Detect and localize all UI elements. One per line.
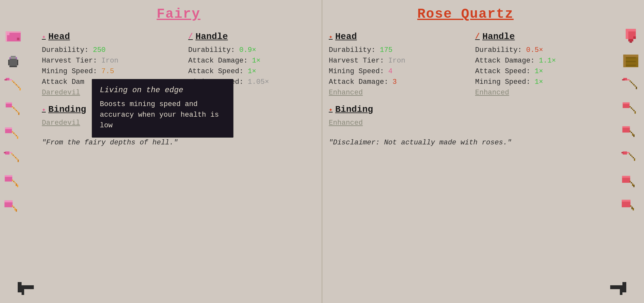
svg-rect-31 — [5, 128, 12, 129]
right-head-mining-speed: Mining Speed: 4 — [329, 67, 456, 75]
svg-rect-38 — [9, 152, 12, 153]
pink-pickaxe-1-icon — [3, 75, 23, 95]
rose-pickaxe-2-icon — [621, 149, 641, 169]
right-binding-trait[interactable]: Enhanced — [329, 119, 602, 127]
svg-rect-74 — [626, 65, 636, 66]
svg-rect-39 — [4, 152, 6, 153]
svg-rect-86 — [630, 106, 631, 107]
left-handle-icon: / — [188, 32, 193, 41]
left-head-title: ✦ Head — [42, 32, 169, 42]
svg-rect-56 — [13, 207, 14, 208]
svg-rect-83 — [636, 87, 637, 89]
left-head-mining-speed: Mining Speed: 7.5 — [42, 67, 169, 75]
rose-pickaxe-1-icon — [621, 75, 641, 95]
right-handle-attack-speed: Attack Speed: 1× — [475, 67, 602, 75]
svg-rect-33 — [13, 132, 14, 134]
right-head-durability: Durability: 175 — [329, 46, 456, 54]
svg-rect-76 — [627, 79, 630, 81]
bottom-right-arrow-icon — [604, 276, 626, 295]
svg-rect-93 — [630, 131, 631, 132]
svg-rect-85 — [623, 103, 630, 104]
svg-rect-11 — [16, 57, 17, 59]
svg-rect-97 — [623, 152, 627, 155]
svg-rect-99 — [621, 152, 623, 153]
svg-rect-50 — [14, 182, 16, 183]
svg-rect-9 — [11, 56, 16, 58]
svg-rect-109 — [632, 183, 633, 186]
svg-rect-32 — [12, 131, 13, 132]
left-handle-durability: Durability: 0.9× — [188, 46, 316, 54]
svg-rect-20 — [18, 87, 20, 88]
svg-rect-103 — [633, 157, 634, 158]
svg-rect-5 — [9, 58, 17, 66]
svg-rect-14 — [5, 79, 7, 81]
svg-rect-113 — [630, 205, 631, 207]
tooltip-title: Living on the edge — [100, 86, 225, 94]
right-head-harvest-tier: Harvest Tier: Iron — [329, 57, 456, 65]
left-sidebar-icons — [3, 26, 23, 219]
svg-rect-72 — [626, 57, 636, 58]
right-handle-trait[interactable]: Enhanced — [475, 89, 602, 97]
svg-rect-21 — [19, 88, 21, 91]
svg-rect-79 — [631, 82, 632, 83]
left-panel: Fairy ✦ Head Durability: 250 Harvest Tie… — [0, 0, 322, 303]
right-head-attack-damage: Attack Damage: 3 — [329, 78, 456, 86]
svg-rect-23 — [6, 103, 12, 104]
svg-rect-52 — [17, 185, 18, 187]
svg-rect-3 — [6, 32, 21, 33]
svg-rect-100 — [629, 153, 630, 155]
svg-rect-60 — [18, 282, 22, 286]
rose-hammer-4-icon — [621, 198, 641, 218]
svg-rect-6 — [8, 60, 10, 65]
svg-rect-77 — [622, 79, 625, 81]
svg-rect-117 — [622, 282, 626, 286]
rose-quartz-gem-icon — [621, 26, 641, 46]
right-sidebar-icons — [621, 26, 641, 219]
svg-rect-67 — [628, 39, 633, 42]
right-handle-title: / Handle — [475, 32, 602, 42]
svg-rect-54 — [5, 200, 13, 202]
svg-rect-94 — [631, 132, 632, 133]
pink-hammer-3-icon — [3, 173, 23, 193]
svg-rect-24 — [12, 106, 13, 107]
svg-rect-106 — [622, 176, 630, 178]
left-panel-title: Fairy — [42, 6, 315, 22]
right-handle-icon: / — [475, 32, 480, 41]
svg-rect-48 — [12, 180, 13, 181]
svg-rect-107 — [630, 181, 631, 182]
svg-rect-8 — [9, 66, 17, 67]
svg-rect-10 — [9, 57, 11, 59]
svg-rect-108 — [631, 182, 632, 183]
right-binding-section: ✦ Binding Enhanced — [329, 104, 602, 127]
svg-rect-16 — [13, 82, 14, 83]
left-binding-icon: ✦ — [42, 105, 46, 113]
svg-rect-35 — [16, 135, 17, 136]
svg-rect-19 — [17, 85, 18, 87]
rose-hammer-2-icon — [621, 124, 641, 144]
svg-rect-82 — [635, 85, 636, 87]
svg-rect-47 — [5, 175, 12, 177]
fairy-ingot-icon — [3, 26, 23, 46]
svg-rect-17 — [14, 83, 16, 84]
rose-hammer-3-icon — [621, 173, 641, 193]
svg-rect-36 — [17, 136, 18, 139]
svg-rect-101 — [630, 154, 631, 156]
bottom-right-icon — [604, 276, 626, 297]
right-head-trait[interactable]: Enhanced — [329, 89, 456, 97]
left-handle-attack-damage: Attack Damage: 1× — [188, 57, 316, 65]
svg-rect-34 — [14, 134, 16, 135]
right-handle-attack-damage: Attack Damage: 1.1× — [475, 57, 602, 65]
svg-rect-57 — [14, 208, 16, 210]
svg-rect-115 — [633, 208, 634, 210]
svg-rect-40 — [11, 153, 13, 155]
bottom-left-arrow-icon — [18, 276, 40, 295]
right-handle-section: / Handle Durability: 0.5× Attack Damage:… — [475, 32, 602, 97]
svg-rect-25 — [13, 107, 14, 109]
left-head-harvest-tier: Harvest Tier: Iron — [42, 57, 169, 65]
svg-rect-18 — [16, 84, 17, 85]
svg-rect-49 — [13, 181, 14, 182]
svg-rect-92 — [622, 126, 630, 128]
svg-rect-110 — [633, 185, 635, 187]
trait-tooltip: Living on the edge Boosts mining speed a… — [92, 79, 233, 138]
svg-rect-102 — [631, 156, 633, 157]
